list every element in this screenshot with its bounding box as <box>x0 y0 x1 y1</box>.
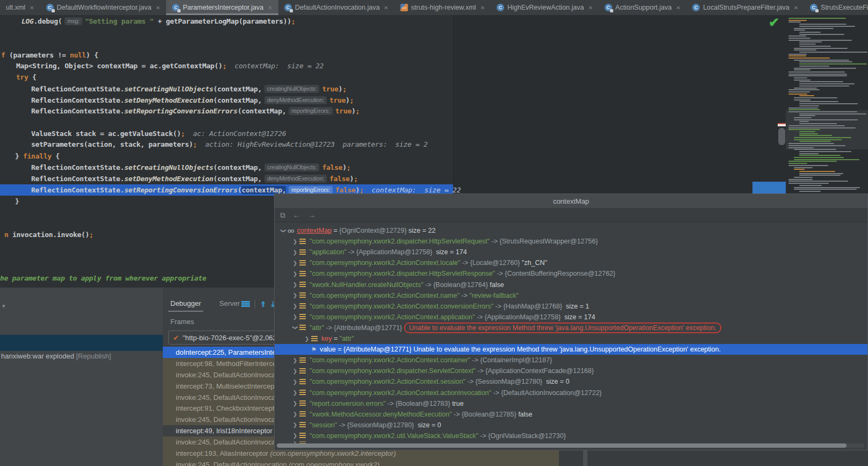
map-entry-icon <box>299 249 306 255</box>
tab-defaultworkflowinterceptor-java[interactable]: CDefaultWorkflowInterceptor.java✕ <box>40 0 167 15</box>
chevron-collapsed-icon[interactable]: ❯ <box>291 400 299 406</box>
param-hint-chip: denyMethodExecution: <box>264 175 327 183</box>
chevron-expanded-icon[interactable]: ❯ <box>292 324 298 332</box>
close-icon[interactable]: ✕ <box>676 5 680 11</box>
minimap-code-line <box>788 35 806 37</box>
variable-row[interactable]: ❯"com.opensymphony.xwork2.ActionContext.… <box>275 290 867 301</box>
chevron-collapsed-icon[interactable]: ❯ <box>291 292 299 298</box>
chevron-collapsed-icon[interactable]: ❯ <box>291 368 299 374</box>
tab-ult-xml[interactable]: ult.xml✕ <box>0 0 40 15</box>
frame-row[interactable]: invoke:245, DefaultActionInvocation (com… <box>163 459 559 466</box>
code-segment: true <box>322 85 338 93</box>
inspection-ok-check-icon[interactable]: ✔ <box>769 15 779 30</box>
variable-row[interactable]: ❯"com.opensymphony.xwork2.ActionContext.… <box>275 257 867 268</box>
map-entry-icon <box>299 368 306 374</box>
variable-row[interactable]: ❯"com.opensymphony.xwork2.dispatcher.Ser… <box>275 365 867 376</box>
minimap-code-line <box>799 113 866 114</box>
chevron-collapsed-icon[interactable]: ❯ <box>291 357 299 363</box>
chevron-expanded-icon[interactable]: ❯ <box>281 226 286 235</box>
close-icon[interactable]: ✕ <box>30 5 34 11</box>
variable-row[interactable]: ⚑value = {AttributeMap@12771} Unable to … <box>275 344 867 355</box>
restore-layout-icon[interactable]: ⇑ <box>260 300 267 309</box>
close-icon[interactable]: ✕ <box>794 5 798 11</box>
variable-text: "xwork.NullHandler.createNullObjects" <box>310 281 424 289</box>
frame-text: invoke:245, DefaultActionInvocation <box>176 371 287 379</box>
variable-row[interactable]: ❯"com.opensymphony.xwork2.dispatcher.Htt… <box>275 268 867 279</box>
close-icon[interactable]: ✕ <box>588 5 592 11</box>
code-segment: setCreatingNullObjects <box>124 163 213 171</box>
map-entry-icon <box>299 260 306 266</box>
minimap-code-line <box>794 28 834 29</box>
variable-row[interactable]: ❯"session" -> {SessionMap@12780} size = … <box>275 420 867 431</box>
chevron-collapsed-icon[interactable]: ❯ <box>291 239 299 245</box>
forward-arrow-icon[interactable]: → <box>308 211 315 219</box>
variable-row[interactable]: ❯"com.opensymphony.xwork2.dispatcher.Htt… <box>275 236 867 247</box>
variable-row[interactable]: ❯"attr" -> {AttributeMap@12771}Unable to… <box>275 322 867 333</box>
close-icon[interactable]: ✕ <box>384 5 388 11</box>
code-segment: setParameters(action, stack, parameters) <box>31 140 193 148</box>
tab-struts-high-review-xml[interactable]: <>struts-high-review.xml✕ <box>394 0 491 15</box>
variable-row[interactable]: ❯"report.conversion.errors" -> {Boolean@… <box>275 398 867 409</box>
variable-row[interactable]: ❯"com.opensymphony.xwork2.ActionContext.… <box>275 301 867 312</box>
code-segment: true <box>329 96 346 104</box>
chevron-collapsed-icon[interactable]: ❯ <box>303 336 311 342</box>
minimap-code-line <box>788 71 845 73</box>
code-segment: ReflectionContextState. <box>31 186 124 194</box>
close-icon[interactable]: ✕ <box>268 5 272 11</box>
chevron-collapsed-icon[interactable]: ❯ <box>291 379 299 385</box>
variable-row[interactable]: ❯"xwork.NullHandler.createNullObjects" -… <box>275 279 867 290</box>
variable-row[interactable]: ❯"xwork.MethodAccessor.denyMethodExecuti… <box>275 409 867 420</box>
variable-row[interactable]: ❯oocontextMap = {OgnlContext@12729} size… <box>275 225 867 236</box>
tab-strutsexecutefilter-java[interactable]: CStrutsExecuteFilter.java✕ <box>804 0 868 15</box>
chevron-collapsed-icon[interactable]: ❯ <box>291 249 299 255</box>
inline-debug-value: action: HighEvReviewAction@12723 paramet… <box>197 140 428 148</box>
tab-debugger[interactable]: Debugger <box>170 299 201 312</box>
chevron-collapsed-icon[interactable]: ❯ <box>291 314 299 320</box>
code-segment: false <box>329 175 350 183</box>
chevron-collapsed-icon[interactable]: ❯ <box>291 433 299 439</box>
tab-actionsupport-java[interactable]: CActionSupport.java✕ <box>599 0 686 15</box>
tab-localstrutspreparefilter-java[interactable]: CLocalStrutsPrepareFilter.java✕ <box>686 0 804 15</box>
variable-text: -> {ContentBufferingResponse@12762} <box>495 270 615 277</box>
popup-scrollbar-thumb[interactable] <box>277 443 847 448</box>
back-arrow-icon[interactable]: ← <box>293 211 300 219</box>
tab-highevreviewaction-java[interactable]: CHighEvReviewAction.java✕ <box>491 0 599 15</box>
minimap-code-line <box>794 30 805 31</box>
tab-defaultactioninvocation-java[interactable]: CDefaultActionInvocation.java✕ <box>278 0 394 15</box>
close-icon[interactable]: ✕ <box>156 5 160 11</box>
close-icon[interactable]: ✕ <box>480 5 485 11</box>
minimap-code-line <box>799 63 867 64</box>
variable-row[interactable]: ❯"com.opensymphony.xwork2.ActionContext.… <box>275 312 867 322</box>
chevron-collapsed-icon[interactable]: ❯ <box>291 390 299 396</box>
variable-text: -> {Locale@12760} <box>460 259 522 267</box>
tab-parametersinterceptor-java[interactable]: CParametersInterceptor.java✕ <box>166 0 278 15</box>
minimap[interactable]: ✔ <box>763 15 868 214</box>
chevron-collapsed-icon[interactable]: ❯ <box>291 282 299 288</box>
chevron-collapsed-icon[interactable]: ❯ <box>291 422 299 428</box>
code-segment: ; <box>291 17 296 25</box>
lock-badge <box>815 9 819 12</box>
variable-row[interactable]: ❯"application" -> {ApplicationMap@12758}… <box>275 247 867 257</box>
variable-row[interactable]: ❯"com.opensymphony.xwork2.util.ValueStac… <box>275 431 867 441</box>
popup-horizontal-scrollbar[interactable] <box>277 443 864 448</box>
frame-text: invoke:245, DefaultActionInvocation <box>176 415 287 424</box>
variable-row[interactable]: ❯"com.opensymphony.xwork2.ActionContext.… <box>275 355 867 365</box>
view-options-icon[interactable]: ⧉ <box>280 211 285 220</box>
chevron-collapsed-icon[interactable]: ❯ <box>291 271 299 277</box>
minimap-scrollbar-thumb[interactable] <box>778 128 785 145</box>
variable-row[interactable]: ❯"com.opensymphony.xwork2.ActionContext.… <box>275 388 867 398</box>
chevron-collapsed-icon[interactable]: ❯ <box>291 260 299 266</box>
minimap-code-line <box>794 80 810 81</box>
code-segment: ) <box>350 175 354 183</box>
deployment-artifact-row[interactable]: hanxiweb:war exploded [Republish] <box>1 352 111 360</box>
services-selected-row[interactable] <box>0 335 163 351</box>
chevron-down-icon[interactable]: ▾ <box>2 303 5 310</box>
variable-row[interactable]: ❯"com.opensymphony.xwork2.ActionContext.… <box>275 376 867 387</box>
frame-text: invoke:245, DefaultActionInvocation <box>176 438 287 446</box>
hamburger-menu-icon[interactable] <box>241 301 250 307</box>
chevron-collapsed-icon[interactable]: ❯ <box>291 411 299 417</box>
tab-server[interactable]: Server <box>219 299 240 312</box>
variable-row[interactable]: ❯key = "attr" <box>275 333 867 344</box>
minimap-code-line <box>794 177 813 178</box>
chevron-collapsed-icon[interactable]: ❯ <box>291 303 299 309</box>
